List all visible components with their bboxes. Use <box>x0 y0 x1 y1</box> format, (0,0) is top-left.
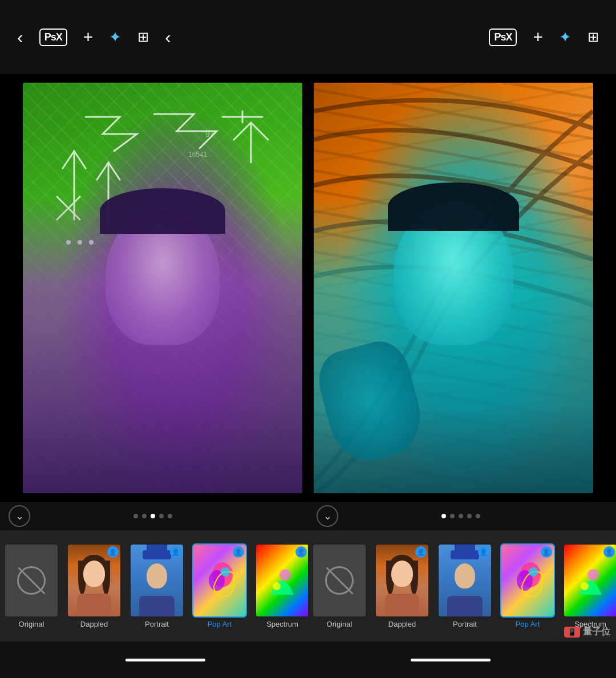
back-icon[interactable]: ‹ <box>17 27 23 48</box>
dot-1-left <box>133 514 138 518</box>
filter-thumbnails: Original 👤 Dappled 👤 <box>0 530 616 642</box>
watermark-box: 📱 <box>564 627 580 638</box>
dots-right <box>441 514 480 518</box>
filter-item-portrait-left[interactable]: 👤 Portrait <box>125 543 188 628</box>
popart-icon-r <box>510 558 545 603</box>
filter-item-spectrum-right[interactable]: 👤 Spectrum <box>559 543 616 628</box>
filter-thumb-original-right <box>312 543 367 618</box>
filter-thumb-popart-right: 👤 <box>500 543 555 618</box>
dot-1-right <box>441 514 446 518</box>
svg-point-21 <box>581 582 589 590</box>
filter-thumb-spectrum-left: 👤 <box>255 543 308 618</box>
image-panel-right[interactable] <box>314 83 593 493</box>
dot-3-left <box>151 514 155 518</box>
user-badge-dappled-left: 👤 <box>107 546 119 558</box>
sliders-icon-left[interactable]: ⊞ <box>137 29 149 45</box>
filter-thumb-portrait-left: 👤 <box>129 543 184 618</box>
filter-label-popart-right: Pop Art <box>516 620 540 628</box>
bottom-indicator-left <box>125 659 205 661</box>
user-badge-spectrum-left: 👤 <box>295 546 307 558</box>
user-badge-popart-right: 👤 <box>541 546 552 558</box>
dot-4-right <box>467 514 472 518</box>
filter-thumbs-left: Original 👤 Dappled 👤 <box>0 530 308 642</box>
watermark-text: 量子位 <box>583 626 610 638</box>
add-icon-right[interactable]: + <box>533 27 543 47</box>
bottom-bar <box>0 642 616 678</box>
filter-label-original-right: Original <box>327 620 352 628</box>
bottom-indicator-right <box>411 659 491 661</box>
popart-icon <box>202 558 237 603</box>
top-bar: ‹ PsX + ✦ ⊞ ‹ PsX + ✦ ⊞ <box>0 0 616 74</box>
filter-thumbs-right: Original 👤 Dappled 👤 <box>308 530 616 642</box>
svg-text:16541: 16541 <box>188 151 208 159</box>
filter-thumb-original-left <box>4 543 59 618</box>
svg-point-19 <box>529 567 538 576</box>
dot-3-right <box>459 514 463 518</box>
svg-text:97: 97 <box>205 129 214 139</box>
filter-item-portrait-right[interactable]: 👤 Portrait <box>433 543 496 628</box>
toolbar-right: PsX + ✦ ⊞ <box>489 27 599 47</box>
psx-box-right[interactable]: PsX <box>489 29 517 46</box>
dot-5-left <box>168 514 172 518</box>
filter-label-dappled-right: Dappled <box>388 620 416 628</box>
filter-thumb-portrait-right: 👤 <box>437 543 492 618</box>
psx-box-left[interactable]: PsX <box>39 29 67 46</box>
watermark: 📱 量子位 <box>564 626 610 638</box>
filter-thumb-dappled-right: 👤 <box>375 543 429 618</box>
user-badge-dappled-right: 👤 <box>415 546 427 558</box>
images-row: 97 16541 <box>0 74 616 502</box>
filter-label-popart-left: Pop Art <box>208 620 232 628</box>
filter-label-original-left: Original <box>19 620 44 628</box>
filter-item-popart-right[interactable]: 👤 Pop Art <box>496 543 559 628</box>
user-badge-portrait-right: 👤 <box>478 546 489 558</box>
add-icon-left[interactable]: + <box>83 27 94 47</box>
filter-controls: ⌄ ⌄ <box>0 502 616 530</box>
psx-label-right: PsX <box>489 29 517 46</box>
filter-item-original-left[interactable]: Original <box>0 543 63 628</box>
toolbar-left: ‹ PsX + ✦ ⊞ ‹ <box>17 27 171 48</box>
filter-item-original-right[interactable]: Original <box>308 543 371 628</box>
filter-thumb-spectrum-right: 👤 <box>563 543 616 618</box>
filter-label-portrait-left: Portrait <box>145 620 169 628</box>
sliders-icon-right[interactable]: ⊞ <box>587 29 599 45</box>
svg-point-16 <box>273 582 281 590</box>
dot-5-right <box>476 514 480 518</box>
filter-item-dappled-right[interactable]: 👤 Dappled <box>371 543 433 628</box>
user-badge-spectrum-right: 👤 <box>603 546 615 558</box>
filter-controls-left: ⌄ <box>0 505 308 527</box>
filter-item-spectrum-left[interactable]: 👤 Spectrum <box>251 543 308 628</box>
filter-label-dappled-left: Dappled <box>80 620 108 628</box>
user-badge-portrait-left: 👤 <box>170 546 181 558</box>
chevron-circle-left[interactable]: ⌄ <box>9 505 30 527</box>
dots-left <box>133 514 172 518</box>
filter-item-dappled-left[interactable]: 👤 Dappled <box>63 543 125 628</box>
collapse-icon-left[interactable]: ‹ <box>165 27 171 48</box>
image-panel-left[interactable]: 97 16541 <box>23 83 302 493</box>
magic-icon-right[interactable]: ✦ <box>559 29 572 46</box>
spectrum-icon-r <box>573 561 607 600</box>
magic-icon-left[interactable]: ✦ <box>109 29 121 46</box>
svg-point-14 <box>221 567 230 576</box>
psx-label-left: PsX <box>39 29 67 46</box>
svg-point-15 <box>279 569 291 580</box>
filter-label-portrait-right: Portrait <box>453 620 477 628</box>
filter-thumb-popart-left: 👤 <box>192 543 247 618</box>
dot-2-left <box>142 514 147 518</box>
filter-controls-right: ⌄ <box>308 505 616 527</box>
filter-item-popart-left[interactable]: 👤 Pop Art <box>188 543 251 628</box>
dot-2-right <box>450 514 455 518</box>
spectrum-icon <box>265 561 299 600</box>
user-badge-popart-left: 👤 <box>233 546 244 558</box>
dot-4-left <box>159 514 164 518</box>
svg-point-20 <box>587 569 599 580</box>
filter-label-spectrum-left: Spectrum <box>266 620 298 628</box>
filter-thumb-dappled-left: 👤 <box>67 543 121 618</box>
chevron-circle-right[interactable]: ⌄ <box>317 505 338 527</box>
